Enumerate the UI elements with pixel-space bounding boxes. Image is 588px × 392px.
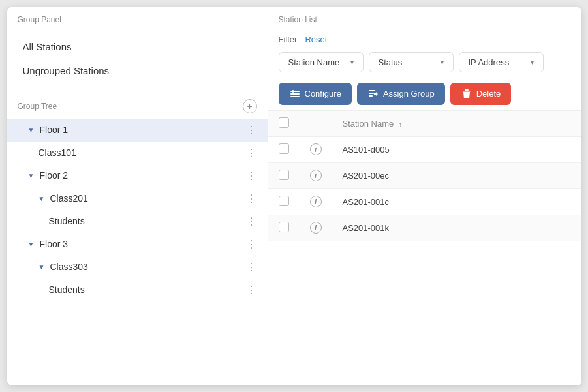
row-checkbox[interactable] bbox=[279, 143, 289, 154]
chevron-down-icon: ▼ bbox=[39, 264, 46, 271]
col-header-station-name[interactable]: Station Name ↑ bbox=[332, 111, 581, 137]
sort-asc-icon: ↑ bbox=[399, 121, 402, 128]
row-info-cell: i bbox=[300, 136, 332, 162]
assign-group-button[interactable]: Assign Group bbox=[357, 83, 445, 105]
svg-rect-4 bbox=[296, 93, 297, 95]
info-icon[interactable]: i bbox=[310, 143, 322, 155]
main-container: Group Panel All Stations Ungrouped Stati… bbox=[7, 7, 581, 385]
row-info-cell: i bbox=[300, 188, 332, 215]
row-station-name: AS201-001k bbox=[332, 215, 581, 241]
row-checkbox-cell bbox=[268, 215, 300, 241]
row-checkbox[interactable] bbox=[279, 196, 289, 206]
dropdowns-row: Station Name ▾ Status ▾ IP Address ▾ bbox=[268, 50, 581, 78]
station-name-dropdown[interactable]: Station Name ▾ bbox=[279, 52, 364, 72]
row-info-cell: i bbox=[300, 215, 332, 241]
row-checkbox-cell bbox=[268, 162, 300, 188]
trash-icon bbox=[461, 88, 472, 100]
context-menu-icon[interactable]: ⋮ bbox=[246, 192, 257, 205]
row-station-name: AS201-00ec bbox=[332, 162, 581, 188]
reset-button[interactable]: Reset bbox=[305, 35, 327, 44]
nav-items: All Stations Ungrouped Stations bbox=[7, 29, 268, 88]
left-panel: Group Panel All Stations Ungrouped Stati… bbox=[7, 7, 268, 385]
station-table: Station Name ↑ i AS101-d005 i AS201-00ec bbox=[268, 111, 581, 241]
row-station-name: AS201-001c bbox=[332, 188, 581, 215]
row-checkbox-cell bbox=[268, 136, 300, 162]
svg-rect-7 bbox=[369, 95, 373, 97]
group-panel-header: Group Panel bbox=[7, 7, 268, 29]
table-row: i AS201-001c bbox=[268, 188, 581, 215]
chevron-down-icon: ▼ bbox=[28, 241, 36, 248]
ip-address-dropdown[interactable]: IP Address ▾ bbox=[459, 52, 544, 72]
info-icon[interactable]: i bbox=[310, 222, 322, 234]
tree-item-class201[interactable]: ▼ Class201 ⋮ bbox=[7, 187, 268, 210]
svg-rect-0 bbox=[290, 91, 300, 92]
svg-rect-3 bbox=[292, 90, 294, 93]
group-tree-label: Group Tree bbox=[18, 102, 57, 111]
delete-button[interactable]: Delete bbox=[450, 83, 512, 105]
context-menu-icon[interactable]: ⋮ bbox=[246, 147, 257, 159]
assign-icon bbox=[367, 88, 379, 100]
row-station-name: AS101-d005 bbox=[332, 136, 581, 162]
group-tree-header: Group Tree + bbox=[7, 94, 268, 119]
svg-rect-6 bbox=[369, 93, 374, 94]
chevron-down-icon: ▼ bbox=[39, 195, 46, 202]
table-row: i AS101-d005 bbox=[268, 136, 581, 162]
info-icon[interactable]: i bbox=[310, 170, 322, 181]
configure-button[interactable]: Configure bbox=[279, 83, 352, 105]
ungrouped-stations-nav[interactable]: Ungrouped Stations bbox=[7, 59, 268, 83]
row-info-cell: i bbox=[300, 162, 332, 188]
tree-item-students2[interactable]: Students ⋮ bbox=[7, 279, 268, 301]
svg-rect-10 bbox=[465, 89, 469, 91]
table-row: i AS201-001k bbox=[268, 215, 581, 241]
tree-item-floor2[interactable]: ▼ Floor 2 ⋮ bbox=[7, 164, 268, 187]
table-row: i AS201-00ec bbox=[268, 162, 581, 188]
svg-marker-8 bbox=[374, 92, 378, 96]
select-all-checkbox[interactable] bbox=[279, 117, 289, 128]
tree-item-students1[interactable]: Students ⋮ bbox=[7, 210, 268, 233]
context-menu-icon[interactable]: ⋮ bbox=[246, 284, 257, 296]
configure-icon bbox=[289, 88, 301, 100]
context-menu-icon[interactable]: ⋮ bbox=[246, 124, 257, 136]
chevron-down-icon: ▾ bbox=[350, 59, 354, 66]
all-stations-nav[interactable]: All Stations bbox=[7, 35, 268, 59]
svg-rect-1 bbox=[290, 93, 300, 95]
tree-item-floor1[interactable]: ▼ Floor 1 ⋮ bbox=[7, 119, 268, 142]
status-dropdown[interactable]: Status ▾ bbox=[369, 52, 454, 72]
svg-rect-5 bbox=[369, 90, 375, 91]
context-menu-icon[interactable]: ⋮ bbox=[246, 215, 257, 228]
svg-rect-2 bbox=[290, 96, 300, 97]
divider bbox=[7, 91, 268, 91]
chevron-down-icon: ▼ bbox=[28, 172, 36, 179]
row-checkbox[interactable] bbox=[279, 222, 289, 232]
col-header-info bbox=[300, 111, 332, 137]
tree-item-floor3[interactable]: ▼ Floor 3 ⋮ bbox=[7, 233, 268, 256]
right-panel: Station List Filter Reset Station Name ▾… bbox=[268, 7, 581, 385]
row-checkbox[interactable] bbox=[279, 170, 289, 180]
station-list-header: Station List bbox=[268, 7, 581, 29]
context-menu-icon[interactable]: ⋮ bbox=[246, 170, 257, 182]
row-checkbox-cell bbox=[268, 188, 300, 215]
add-group-button[interactable]: + bbox=[243, 99, 257, 113]
info-icon[interactable]: i bbox=[310, 196, 322, 207]
context-menu-icon[interactable]: ⋮ bbox=[246, 238, 257, 250]
station-table-container[interactable]: Station Name ↑ i AS101-d005 i AS201-00ec bbox=[268, 111, 581, 385]
tree-item-class101[interactable]: Class101 ⋮ bbox=[7, 142, 268, 164]
tree-item-class303[interactable]: ▼ Class303 ⋮ bbox=[7, 256, 268, 279]
tree-container[interactable]: ▼ Floor 1 ⋮ Class101 ⋮ ▼ Floor 2 ⋮ bbox=[7, 119, 268, 385]
chevron-down-icon: ▾ bbox=[441, 59, 444, 66]
filter-label: Filter bbox=[279, 35, 298, 44]
chevron-down-icon: ▾ bbox=[531, 59, 534, 66]
filter-row: Filter Reset bbox=[268, 29, 581, 50]
actions-row: Configure Assign Group bbox=[268, 78, 581, 111]
context-menu-icon[interactable]: ⋮ bbox=[246, 261, 257, 273]
col-header-check bbox=[268, 111, 300, 137]
chevron-down-icon: ▼ bbox=[28, 127, 36, 134]
svg-rect-9 bbox=[463, 91, 471, 92]
